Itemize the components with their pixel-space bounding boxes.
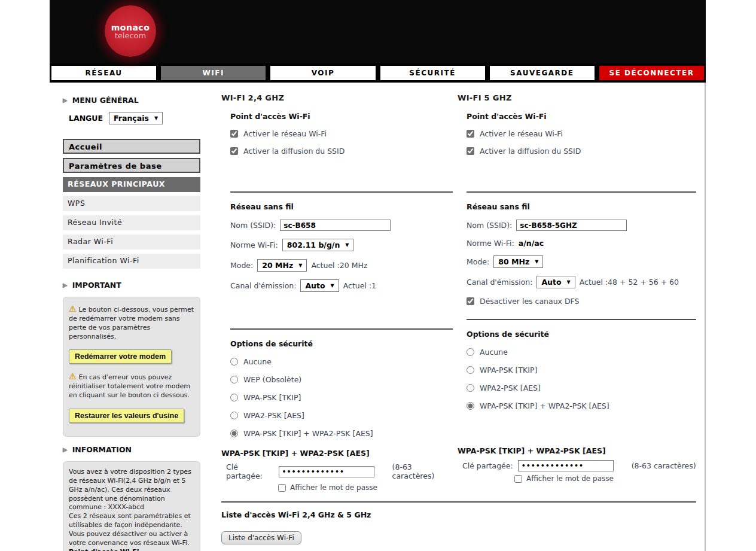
canal-5-select[interactable]: Auto ▼ <box>536 276 575 288</box>
logout-button[interactable]: SE DÉCONNECTER <box>598 65 705 81</box>
norme-24-select[interactable]: 802.11 b/g/n ▼ <box>282 239 354 251</box>
mode-24-select[interactable]: 20 MHz ▼ <box>257 259 307 272</box>
key-5-input[interactable] <box>518 460 614 471</box>
menu-general-header: ▶ MENU GÉNÉRAL <box>63 96 200 105</box>
chevron-down-icon: ▼ <box>331 283 334 288</box>
tab-securite[interactable]: SÉCURITÉ <box>379 65 486 81</box>
security-option-row[interactable]: WEP (Obsolète) <box>230 375 453 384</box>
security-option-row[interactable]: WPA2-PSK [AES] <box>230 411 453 420</box>
ssid-broadcast-5-row[interactable]: Activer la diffusion du SSID <box>467 147 696 156</box>
restart-modem-button[interactable]: Redémarrer votre modem <box>69 349 172 364</box>
dfs-checkbox[interactable] <box>467 297 474 305</box>
security-option-row[interactable]: WPA-PSK [TKIP] + WPA2-PSK [AES] <box>230 429 453 438</box>
canal-24-label: Canal d'émission: <box>230 281 296 290</box>
ssid-broadcast-24-checkbox[interactable] <box>230 147 238 155</box>
show-password-5-checkbox[interactable] <box>514 475 522 483</box>
security-24-title: Options de sécurité <box>230 339 453 348</box>
canal-24-select[interactable]: Auto ▼ <box>300 279 339 292</box>
information-header: ▶ INFORMATION <box>63 445 200 454</box>
show-password-5-label: Afficher le mot de passe <box>526 474 614 483</box>
sidebar-item-reseau-invite[interactable]: Réseau Invité <box>63 215 200 230</box>
enable-wifi-5-row[interactable]: Activer le réseau Wi-Fi <box>467 129 696 138</box>
security-option-row[interactable]: WPA-PSK [TKIP] + WPA2-PSK [AES] <box>467 401 696 410</box>
tab-voip[interactable]: VOIP <box>269 65 376 81</box>
sidebar-item-parametres[interactable]: Paramètres de base <box>63 158 200 173</box>
ssid-5-label: Nom (SSID): <box>467 221 512 230</box>
show-password-24-row[interactable]: Afficher le mot de passe <box>278 483 453 492</box>
key-24-label: Clé partagée: <box>226 462 274 480</box>
access-list-button[interactable]: Liste d'accès Wi-Fi <box>221 531 301 544</box>
security-5-options: AucuneWPA-PSK [TKIP]WPA2-PSK [AES]WPA-PS… <box>467 348 696 410</box>
security-option-row[interactable]: Aucune <box>230 357 453 366</box>
triangle-icon: ▶ <box>63 446 68 453</box>
monaco-telecom-logo: monaco telecom <box>105 5 157 58</box>
ssid-24-input[interactable] <box>280 220 391 231</box>
logo-circle: monaco telecom <box>105 5 156 57</box>
divider <box>467 191 696 193</box>
ssid-broadcast-24-row[interactable]: Activer la diffusion du SSID <box>230 147 453 156</box>
sidebar-item-radar-wifi[interactable]: Radar Wi-Fi <box>63 235 200 249</box>
security-option-radio[interactable] <box>230 394 238 401</box>
norme-24-label: Norme Wi-Fi: <box>230 241 278 249</box>
security-option-radio[interactable] <box>467 366 474 374</box>
security-option-label: WPA-PSK [TKIP] <box>480 366 537 375</box>
language-select[interactable]: Français ▼ <box>109 112 163 124</box>
sidebar-item-accueil[interactable]: Accueil <box>63 139 200 154</box>
info-bold-1: Point d'accès Wi-Fi <box>69 548 194 551</box>
ap-24-title: Point d'accès Wi-Fi <box>230 112 453 121</box>
enable-wifi-5-label: Activer le réseau Wi-Fi <box>480 129 563 138</box>
key-24-input[interactable] <box>279 466 374 477</box>
wpa-24-title: WPA-PSK [TKIP] + WPA2-PSK [AES] <box>221 449 453 458</box>
security-option-row[interactable]: Aucune <box>467 348 696 357</box>
security-option-row[interactable]: WPA2-PSK [AES] <box>467 383 696 392</box>
factory-reset-button[interactable]: Restaurer les valeurs d'usine <box>69 409 184 423</box>
canal-5-value: Auto <box>541 278 561 287</box>
restart-warning-text: ⚠Le bouton ci-dessous, vous permet de re… <box>69 303 194 341</box>
ssid-5-input[interactable] <box>516 220 627 231</box>
ssid-24-label: Nom (SSID): <box>230 221 276 230</box>
warning-icon: ⚠ <box>69 372 77 381</box>
security-option-label: WPA-PSK [TKIP] <box>243 393 301 402</box>
chevron-down-icon: ▼ <box>154 115 158 121</box>
tab-wifi[interactable]: WIFI <box>160 65 267 81</box>
sidebar-item-planification-wifi[interactable]: Planification Wi-Fi <box>63 254 200 269</box>
dfs-row[interactable]: Désactiver les canaux DFS <box>467 297 696 306</box>
security-option-radio[interactable] <box>467 384 474 392</box>
mode-24-value: 20 MHz <box>262 261 293 270</box>
network-5-title: Réseau sans fil <box>467 202 696 211</box>
mode-5-value: 80 MHz <box>498 257 529 266</box>
security-option-radio[interactable] <box>230 430 238 437</box>
menu-general-title: MENU GÉNÉRAL <box>72 96 139 105</box>
triangle-icon: ▶ <box>63 282 68 288</box>
sidebar-item-reseaux-principaux[interactable]: RÉSEAUX PRINCIPAUX <box>63 177 200 192</box>
enable-wifi-24-label: Activer le réseau Wi-Fi <box>243 129 327 138</box>
wifi-5ghz-column: WI-FI 5 GHZ Point d'accès Wi-Fi Activer … <box>458 91 696 492</box>
chevron-down-icon: ▼ <box>535 259 538 264</box>
information-title: INFORMATION <box>72 445 132 454</box>
key-5-hint: (8-63 caractères) <box>632 461 696 470</box>
security-option-radio[interactable] <box>230 376 238 383</box>
security-option-radio[interactable] <box>467 402 474 410</box>
show-password-5-row[interactable]: Afficher le mot de passe <box>514 474 696 483</box>
security-option-radio[interactable] <box>230 412 238 419</box>
sidebar: ▶ MENU GÉNÉRAL LANGUE Français ▼ Accueil… <box>63 83 200 551</box>
security-option-row[interactable]: WPA-PSK [TKIP] <box>467 366 696 375</box>
enable-wifi-24-row[interactable]: Activer le réseau Wi-Fi <box>230 129 453 138</box>
security-option-radio[interactable] <box>467 348 474 356</box>
enable-wifi-24-checkbox[interactable] <box>230 130 238 138</box>
ssid-broadcast-5-label: Activer la diffusion du SSID <box>480 147 581 156</box>
mode-5-select[interactable]: 80 MHz ▼ <box>493 255 543 268</box>
security-option-row[interactable]: WPA-PSK [TKIP] <box>230 393 453 402</box>
restart-warning-label: Le bouton ci-dessous, vous permet de red… <box>69 306 194 340</box>
tab-reseau[interactable]: RÉSEAU <box>50 65 157 81</box>
enable-wifi-5-checkbox[interactable] <box>467 130 474 138</box>
security-option-radio[interactable] <box>230 358 238 366</box>
page-container: monaco telecom RÉSEAU WIFI VOIP SÉCURITÉ… <box>50 0 706 551</box>
show-password-24-label: Afficher le mot de passe <box>290 483 377 492</box>
ssid-broadcast-5-checkbox[interactable] <box>467 147 474 155</box>
tab-sauvegarde[interactable]: SAUVEGARDE <box>489 65 596 81</box>
sidebar-item-wps[interactable]: WPS <box>63 196 200 211</box>
show-password-24-checkbox[interactable] <box>278 484 286 492</box>
dfs-label: Désactiver les canaux DFS <box>480 297 580 306</box>
security-option-label: WPA-PSK [TKIP] + WPA2-PSK [AES] <box>480 401 609 410</box>
